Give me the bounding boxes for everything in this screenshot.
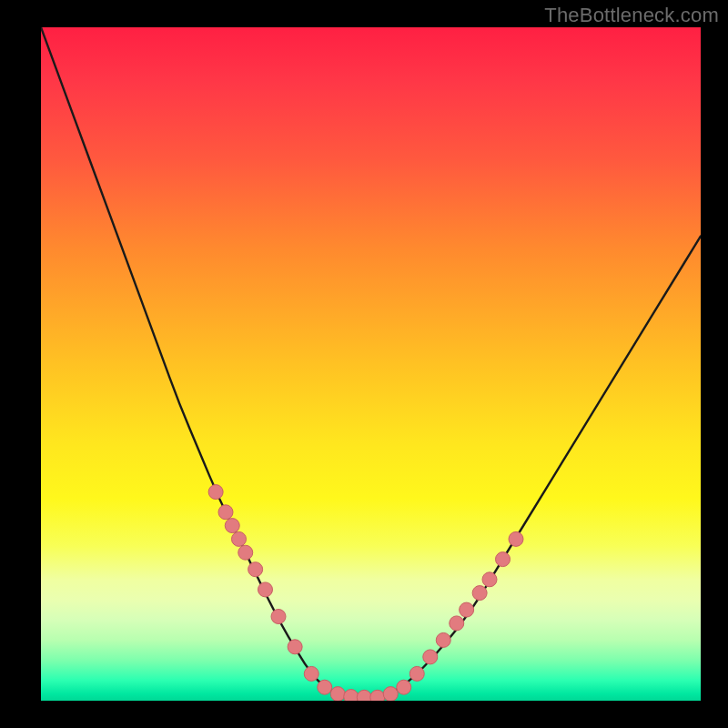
curve-svg [41,27,701,701]
highlight-dot [423,650,438,664]
highlight-dot [472,586,487,601]
highlight-dots [208,485,523,701]
highlight-dot [208,485,223,500]
highlight-dot [344,690,359,701]
plot-area [41,27,701,701]
highlight-dot [330,687,345,701]
highlight-dot [383,687,398,701]
highlight-dot [410,666,424,681]
watermark-text: TheBottleneck.com [544,4,719,27]
highlight-dot [238,545,253,560]
highlight-dot [450,616,464,631]
highlight-dot [225,519,239,533]
highlight-dot [271,610,286,624]
highlight-dot [482,572,497,587]
highlight-dot [304,666,318,681]
highlight-dot [248,562,263,577]
highlight-dot [496,552,511,567]
chart-frame: TheBottleneck.com [0,0,728,728]
highlight-dot [460,602,474,617]
highlight-dot [258,582,273,597]
highlight-dot [370,690,385,701]
highlight-dot [509,531,523,546]
highlight-dot [232,531,247,546]
bottleneck-curve-path [41,27,701,697]
highlight-dot [357,690,371,701]
highlight-dot [397,680,411,694]
highlight-dot [288,640,302,654]
highlight-dot [318,680,332,694]
highlight-dot [436,632,450,647]
highlight-dot [218,505,233,520]
